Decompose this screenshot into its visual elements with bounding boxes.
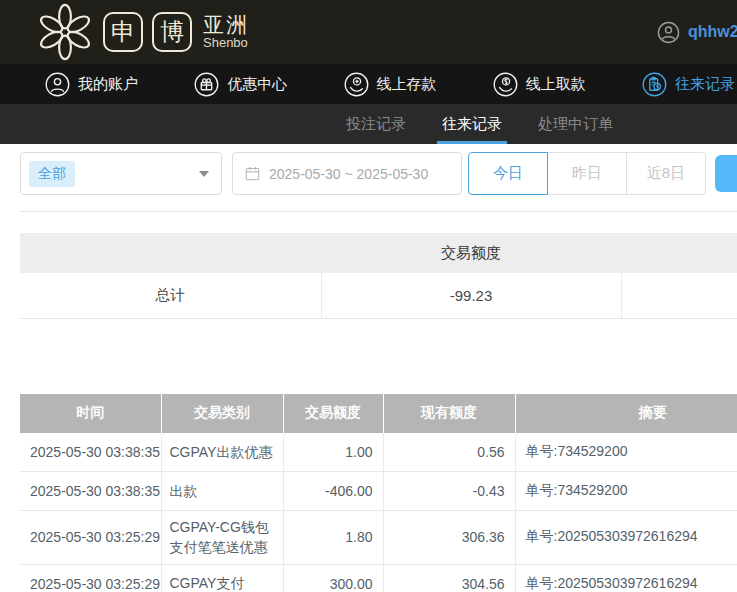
quick-date-buttons: 今日 昨日 近8日 bbox=[468, 152, 706, 195]
summary-header-amount: 交易额度 bbox=[321, 233, 621, 273]
nav-item-deposit[interactable]: 线上存款 bbox=[344, 72, 437, 97]
logo-char-bo: 博 bbox=[152, 12, 192, 52]
summary-total-value: -99.23 bbox=[321, 273, 621, 318]
chevron-down-icon bbox=[199, 171, 209, 177]
nav-label: 线上存款 bbox=[377, 75, 437, 94]
nav-label: 优惠中心 bbox=[227, 75, 287, 94]
table-row: 2025-05-30 03:38:35 CGPAY出款优惠 1.00 0.56 … bbox=[20, 433, 737, 472]
cell-balance: -0.43 bbox=[383, 472, 515, 511]
cell-time: 2025-05-30 03:25:29 bbox=[20, 564, 161, 592]
cell-time: 2025-05-30 03:25:29 bbox=[20, 511, 161, 565]
selected-type-tag[interactable]: 全部 bbox=[29, 161, 75, 187]
filter-bar: 全部 2025-05-30 ~ 2025-05-30 今日 昨日 近8日 bbox=[0, 144, 737, 204]
summary-total-row: 总计 -99.23 bbox=[20, 273, 737, 318]
topbar: 申 博 亚洲 Shenbo qhhw2 bbox=[0, 0, 737, 64]
main-navigation: 我的账户 优惠中心 线上存款 bbox=[0, 64, 737, 104]
cell-balance: 304.56 bbox=[383, 564, 515, 592]
deposit-hand-icon bbox=[344, 72, 369, 97]
summary-total-label: 总计 bbox=[20, 273, 321, 318]
date-range-picker[interactable]: 2025-05-30 ~ 2025-05-30 bbox=[232, 152, 462, 195]
nav-item-withdraw[interactable]: 线上取款 bbox=[493, 72, 586, 97]
table-row: 2025-05-30 03:38:35 出款 -406.00 -0.43 单号:… bbox=[20, 472, 737, 511]
summary-empty-cell bbox=[621, 273, 737, 318]
transactions-section: 时间 交易类别 交易额度 现有额度 摘要 2025-05-30 03:38:35… bbox=[20, 394, 737, 592]
summary-section: 交易额度 总计 -99.23 bbox=[20, 233, 737, 319]
nav-label: 我的账户 bbox=[78, 75, 138, 94]
section-divider bbox=[20, 211, 737, 212]
cell-memo: 单号:734529200 bbox=[515, 433, 737, 472]
cell-type: CGPAY-CG钱包支付笔笔送优惠 bbox=[161, 511, 283, 565]
col-header-type: 交易类别 bbox=[161, 394, 283, 433]
summary-header-row: 交易额度 bbox=[20, 233, 737, 273]
yesterday-button[interactable]: 昨日 bbox=[547, 152, 627, 195]
summary-header-empty bbox=[621, 233, 737, 273]
cell-type: CGPAY出款优惠 bbox=[161, 433, 283, 472]
nav-item-my-account[interactable]: 我的账户 bbox=[45, 72, 138, 97]
username-text[interactable]: qhhw2 bbox=[688, 23, 737, 41]
cell-amount: 1.00 bbox=[283, 433, 383, 472]
tab-transaction-records[interactable]: 往来记录 bbox=[439, 104, 505, 144]
col-header-time: 时间 bbox=[20, 394, 161, 433]
nav-item-promotions[interactable]: 优惠中心 bbox=[194, 72, 287, 97]
col-header-balance: 现有额度 bbox=[383, 394, 515, 433]
cell-memo: 单号:202505303972616294 bbox=[515, 564, 737, 592]
withdraw-hand-icon bbox=[493, 72, 518, 97]
summary-table: 交易额度 总计 -99.23 bbox=[20, 233, 737, 319]
records-clock-icon bbox=[642, 72, 667, 97]
last-8-days-button[interactable]: 近8日 bbox=[626, 152, 706, 195]
cell-balance: 0.56 bbox=[383, 433, 515, 472]
logo-latin-text: Shenbo bbox=[203, 36, 249, 50]
cell-amount: -406.00 bbox=[283, 472, 383, 511]
nav-label: 线上取款 bbox=[526, 75, 586, 94]
records-tabs: 投注记录 往来记录 处理中订单 bbox=[0, 104, 737, 144]
col-header-memo: 摘要 bbox=[515, 394, 737, 433]
date-range-value: 2025-05-30 ~ 2025-05-30 bbox=[269, 166, 428, 182]
logo-char-shen: 申 bbox=[103, 12, 143, 52]
brand-logo: 申 博 亚洲 Shenbo bbox=[36, 3, 249, 61]
cell-amount: 300.00 bbox=[283, 564, 383, 592]
table-header-row: 时间 交易类别 交易额度 现有额度 摘要 bbox=[20, 394, 737, 433]
logo-wordmark: 亚洲 Shenbo bbox=[203, 13, 249, 50]
summary-header-empty bbox=[20, 233, 321, 273]
cell-time: 2025-05-30 03:38:35 bbox=[20, 472, 161, 511]
transactions-table: 时间 交易类别 交易额度 现有额度 摘要 2025-05-30 03:38:35… bbox=[20, 394, 737, 592]
nav-item-records[interactable]: 往来记录 bbox=[642, 72, 735, 97]
cell-balance: 306.36 bbox=[383, 511, 515, 565]
cell-type: 出款 bbox=[161, 472, 283, 511]
user-circle-icon bbox=[45, 72, 70, 97]
tab-betting-records[interactable]: 投注记录 bbox=[343, 104, 409, 144]
table-row: 2025-05-30 03:25:29 CGPAY支付 300.00 304.5… bbox=[20, 564, 737, 592]
col-header-amount: 交易额度 bbox=[283, 394, 383, 433]
today-button[interactable]: 今日 bbox=[468, 152, 548, 195]
cell-memo: 单号:734529200 bbox=[515, 472, 737, 511]
logo-region-text: 亚洲 bbox=[203, 13, 249, 36]
calendar-icon bbox=[245, 166, 260, 181]
cell-amount: 1.80 bbox=[283, 511, 383, 565]
cell-type: CGPAY支付 bbox=[161, 564, 283, 592]
table-row: 2025-05-30 03:25:29 CGPAY-CG钱包支付笔笔送优惠 1.… bbox=[20, 511, 737, 565]
user-account[interactable]: qhhw2 bbox=[657, 0, 737, 64]
nav-label: 往来记录 bbox=[675, 75, 735, 94]
cell-memo: 单号:202505303972616294 bbox=[515, 511, 737, 565]
search-button[interactable] bbox=[715, 155, 737, 192]
user-avatar-icon bbox=[657, 21, 680, 44]
cell-time: 2025-05-30 03:38:35 bbox=[20, 433, 161, 472]
gift-icon bbox=[194, 72, 219, 97]
flower-logo-icon bbox=[36, 3, 94, 61]
type-select[interactable]: 全部 bbox=[20, 152, 222, 195]
tab-pending-orders[interactable]: 处理中订单 bbox=[535, 104, 616, 144]
